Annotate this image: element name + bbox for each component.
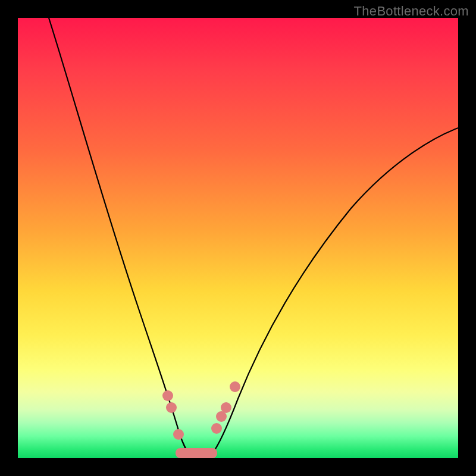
valley-band (176, 448, 217, 458)
chart-svg (18, 18, 458, 458)
dot (211, 423, 222, 434)
dot (166, 402, 177, 413)
dot (173, 429, 184, 440)
dot (230, 381, 240, 392)
watermark-text: TheBottleneck.com (354, 4, 469, 19)
plot-area (18, 18, 458, 458)
chart-frame: TheBottleneck.com (0, 0, 476, 476)
highlight-dots-group (162, 381, 240, 440)
right-curve-path (208, 128, 458, 458)
dot (162, 390, 173, 401)
dot (221, 402, 231, 413)
